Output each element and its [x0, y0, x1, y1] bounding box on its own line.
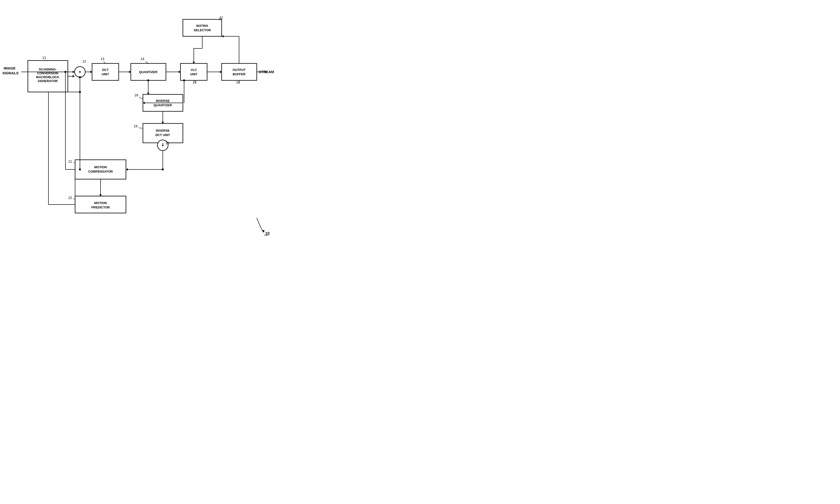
svg-text:OUTPUT: OUTPUT — [232, 68, 246, 72]
svg-rect-41 — [75, 160, 126, 179]
svg-text:10: 10 — [265, 231, 269, 236]
svg-text:DCT UNIT: DCT UNIT — [156, 133, 170, 137]
svg-text:INVERSE: INVERSE — [156, 99, 170, 103]
svg-text:14: 14 — [140, 57, 144, 61]
svg-text:18: 18 — [135, 93, 138, 97]
svg-text:VLC: VLC — [191, 68, 197, 72]
svg-text:11: 11 — [42, 56, 46, 59]
svg-text:SIGNALS: SIGNALS — [2, 71, 19, 75]
svg-text:20: 20 — [165, 141, 169, 145]
svg-text:QUANTIZER: QUANTIZER — [139, 70, 157, 74]
svg-text:MOTION: MOTION — [94, 201, 107, 205]
svg-text:GENERATOR: GENERATOR — [38, 79, 58, 83]
svg-point-95 — [65, 71, 66, 73]
svg-point-117 — [162, 168, 164, 170]
svg-line-35 — [139, 97, 143, 99]
svg-line-15 — [145, 61, 148, 64]
svg-marker-63 — [262, 230, 265, 232]
svg-text:BUFFER: BUFFER — [233, 72, 246, 76]
svg-point-109 — [79, 91, 81, 93]
diagram-svg: SCANNING- CONVERSION MACROBLOCK GENERATO… — [0, 0, 420, 252]
svg-marker-99 — [73, 75, 75, 77]
svg-text:+: + — [79, 70, 82, 74]
svg-text:12: 12 — [82, 59, 86, 63]
svg-rect-16 — [180, 64, 207, 80]
svg-text:INVERSE: INVERSE — [156, 129, 170, 132]
svg-rect-21 — [222, 64, 257, 80]
svg-text:MACROBLOCK: MACROBLOCK — [36, 75, 59, 79]
svg-text:UNIT: UNIT — [102, 72, 109, 76]
diagram-container: SCANNING- CONVERSION MACROBLOCK GENERATO… — [0, 0, 420, 252]
svg-text:MATRIX: MATRIX — [196, 24, 208, 28]
svg-text:13: 13 — [101, 57, 104, 61]
svg-text:19: 19 — [134, 124, 138, 128]
svg-text:22: 22 — [68, 196, 72, 200]
svg-text:IMAGE: IMAGE — [4, 66, 16, 70]
svg-text:DCT: DCT — [102, 68, 109, 72]
svg-line-40 — [139, 128, 143, 128]
svg-text:21: 21 — [68, 160, 72, 163]
svg-text:QUANTIZER: QUANTIZER — [154, 103, 172, 107]
svg-point-111 — [147, 79, 149, 81]
svg-text:PREDICTOR: PREDICTOR — [91, 205, 110, 209]
svg-rect-7 — [92, 64, 119, 80]
svg-text:42: 42 — [219, 16, 223, 20]
svg-text:MOTION: MOTION — [94, 165, 107, 169]
svg-text:UNIT: UNIT — [190, 72, 197, 76]
svg-text:SCANNING-: SCANNING- — [39, 68, 57, 71]
svg-text:SELECTOR: SELECTOR — [194, 28, 211, 32]
svg-rect-26 — [183, 19, 222, 36]
svg-text:COMPENSATOR: COMPENSATOR — [88, 170, 113, 173]
